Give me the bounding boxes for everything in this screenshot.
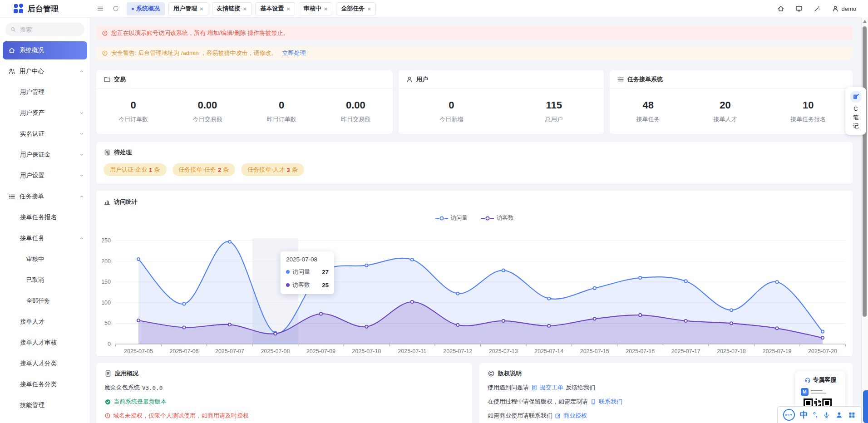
list-icon bbox=[8, 193, 15, 200]
info-icon bbox=[102, 30, 108, 36]
tab-2[interactable]: 用户管理× bbox=[168, 2, 208, 15]
sidebar-item-12[interactable]: 全部任务 bbox=[0, 290, 90, 311]
handle-now-link[interactable]: 立即处理 bbox=[282, 49, 306, 57]
svg-text:200: 200 bbox=[101, 258, 111, 265]
doc-blue-icon bbox=[531, 384, 538, 391]
scrollbar-thumb[interactable] bbox=[863, 26, 867, 317]
menu-collapse-icon[interactable] bbox=[97, 5, 104, 12]
tab-1[interactable]: 系统概况 bbox=[127, 2, 165, 15]
ime-language-toggle[interactable]: 中 bbox=[800, 409, 808, 420]
monitor-icon[interactable] bbox=[795, 5, 803, 12]
tab-close-icon[interactable]: × bbox=[367, 5, 371, 12]
chevron-down-icon bbox=[79, 173, 84, 178]
sidebar-item-10[interactable]: 审核中 bbox=[0, 249, 90, 270]
info-line: 使用遇到问题请 提交工单 反馈给我们 bbox=[488, 384, 844, 392]
sidebar-item-5[interactable]: 用户保证金 bbox=[0, 144, 90, 165]
stat-card-title: 任务接单系统 bbox=[627, 75, 663, 84]
link-联系我们[interactable]: 联系我们 bbox=[599, 398, 622, 406]
sidebar-item-14[interactable]: 接单人才审核 bbox=[0, 332, 90, 353]
chevron-down-icon bbox=[79, 110, 84, 116]
sidebar-item-0[interactable]: 系统概况 bbox=[3, 41, 87, 59]
chevron-down-icon bbox=[79, 131, 84, 137]
tab-5[interactable]: 审核中× bbox=[299, 2, 333, 15]
stat-item: 0.00昨日交易额 bbox=[341, 99, 370, 123]
pending-pill-1[interactable]: 用户认证-企业1条 bbox=[104, 163, 167, 176]
doc-icon bbox=[104, 370, 112, 377]
svg-text:50: 50 bbox=[104, 320, 111, 326]
sidebar-search[interactable] bbox=[5, 23, 84, 36]
sidebar-item-17[interactable]: 技能管理 bbox=[0, 395, 90, 416]
svg-text:150: 150 bbox=[101, 279, 111, 285]
headset-icon bbox=[804, 377, 811, 383]
stat-item: 0昨日订单数 bbox=[267, 99, 296, 123]
pending-pill-2[interactable]: 任务接单-任务2条 bbox=[173, 163, 236, 176]
svg-text:100: 100 bbox=[101, 300, 111, 306]
tab-close-icon[interactable]: × bbox=[324, 5, 328, 12]
ime-user-icon[interactable] bbox=[835, 411, 843, 419]
tab-close-icon[interactable]: × bbox=[200, 5, 203, 12]
legend-item-访客数[interactable]: 访客数 bbox=[481, 214, 514, 222]
ime-handle[interactable] bbox=[863, 390, 868, 423]
search-input[interactable] bbox=[19, 26, 75, 34]
sidebar-item-8[interactable]: 接单任务报名 bbox=[0, 207, 90, 228]
tab-4[interactable]: 基本设置× bbox=[255, 2, 295, 15]
stat-card-title: 交易 bbox=[114, 75, 126, 84]
info-line: 在使用过程中请保留版权，如需定制请 联系我们 bbox=[488, 398, 844, 406]
username: demo bbox=[841, 5, 856, 12]
search-icon bbox=[10, 26, 16, 33]
svg-text:0: 0 bbox=[108, 341, 111, 347]
sidebar-item-3[interactable]: 用户资产 bbox=[0, 103, 90, 123]
ime-grid-icon[interactable] bbox=[848, 411, 856, 419]
sidebar-item-2[interactable]: 用户管理 bbox=[0, 82, 90, 103]
refresh-icon[interactable] bbox=[112, 5, 119, 12]
stat-item: 0今日订单数 bbox=[118, 99, 148, 123]
note-pen-icon bbox=[852, 93, 859, 100]
sidebar-item-4[interactable]: 实名认证 bbox=[0, 123, 90, 144]
link-提交工单[interactable]: 提交工单 bbox=[540, 384, 563, 392]
pending-pill-3[interactable]: 任务接单-人才3条 bbox=[241, 163, 304, 176]
legend-item-访问量[interactable]: 访问量 bbox=[435, 214, 468, 222]
sidebar-item-1[interactable]: 用户中心 bbox=[0, 61, 90, 82]
link-商业授权[interactable]: 商业授权 bbox=[563, 412, 587, 420]
stat-item: 48接单任务 bbox=[636, 99, 660, 123]
info-line: 魔众众包系统 V3.0.0 bbox=[104, 384, 464, 392]
ifly-logo-icon[interactable]: iFLY bbox=[783, 409, 795, 421]
user-icon bbox=[832, 5, 839, 12]
chart-legend: 访问量访客数 bbox=[96, 214, 853, 222]
sidebar-item-9[interactable]: 接单任务 bbox=[0, 228, 90, 249]
svg-text:2025-07-13: 2025-07-13 bbox=[489, 348, 518, 354]
pending-title: 待处理 bbox=[114, 148, 132, 157]
tab-close-icon[interactable]: × bbox=[243, 5, 247, 12]
tab-close-icon[interactable]: × bbox=[286, 5, 290, 12]
app-title: 后台管理 bbox=[28, 4, 59, 14]
sidebar-item-11[interactable]: 已取消 bbox=[0, 270, 90, 290]
home-icon[interactable] bbox=[777, 5, 784, 12]
svg-text:2025-07-09: 2025-07-09 bbox=[306, 348, 335, 354]
stat-card-2: 用户0今日新增115总用户 bbox=[399, 70, 604, 134]
user-menu[interactable]: demo bbox=[832, 5, 856, 12]
ime-toolbar: iFLY 中 °, bbox=[777, 406, 862, 423]
svg-text:2025-07-07: 2025-07-07 bbox=[215, 348, 244, 354]
ime-punctuation-icon[interactable]: °, bbox=[813, 413, 818, 417]
kefu-logo: M bbox=[801, 388, 809, 396]
sidebar-item-7[interactable]: 任务接单 bbox=[0, 186, 90, 207]
tab-6[interactable]: 全部任务× bbox=[336, 2, 376, 15]
svg-text:2025-07-10: 2025-07-10 bbox=[352, 348, 381, 354]
sidebar-item-15[interactable]: 接单人才分类 bbox=[0, 353, 90, 374]
tab-3[interactable]: 友情链接× bbox=[212, 2, 252, 15]
kefu-text-lines bbox=[811, 390, 826, 394]
microphone-icon[interactable] bbox=[823, 411, 830, 419]
scroll-up-arrow[interactable] bbox=[863, 20, 867, 23]
app-logo[interactable]: 后台管理 bbox=[0, 4, 90, 14]
sidebar-item-6[interactable]: 用户设置 bbox=[0, 165, 90, 186]
bar-chart-icon bbox=[104, 198, 111, 206]
notes-widget[interactable]: C笔记 bbox=[845, 87, 866, 135]
stat-item: 115总用户 bbox=[545, 99, 563, 123]
sidebar-item-16[interactable]: 接单任务分类 bbox=[0, 374, 90, 395]
magic-wand-icon[interactable] bbox=[814, 5, 821, 12]
doc-search-icon bbox=[104, 149, 111, 156]
info-line: 域名未授权，仅限个人测试使用，如商用请及时授权 bbox=[104, 412, 464, 420]
svg-text:2025-07-18: 2025-07-18 bbox=[717, 348, 746, 354]
stat-card-1: 交易0今日订单数0.00今日交易额0昨日订单数0.00昨日交易额 bbox=[96, 70, 393, 134]
sidebar-item-13[interactable]: 接单人才 bbox=[0, 311, 90, 332]
